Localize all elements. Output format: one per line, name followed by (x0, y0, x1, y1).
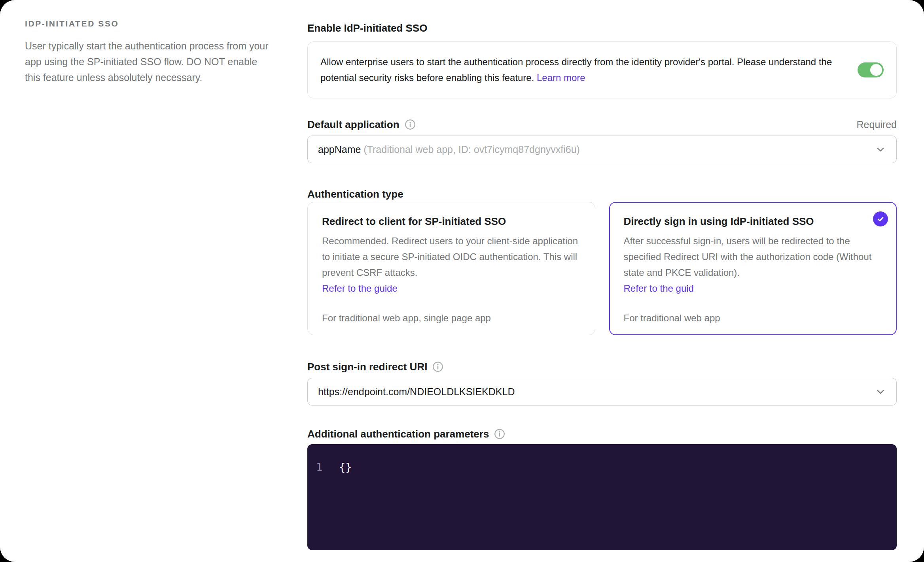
option-description: After successful sign-in, users will be … (624, 233, 882, 296)
required-badge: Required (857, 119, 897, 130)
enable-sso-toggle[interactable] (858, 62, 884, 77)
option-footnote: For traditional web app (624, 297, 882, 324)
additional-params-editor[interactable]: 1 {} (307, 444, 897, 550)
option-description: Recommended. Redirect users to your clie… (322, 233, 581, 296)
learn-more-link[interactable]: Learn more (537, 72, 585, 83)
redirect-uri-label: Post sign-in redirect URI (307, 360, 897, 373)
redirect-uri-select[interactable]: https://endpoint.com/NDIEOLDLKSIEKDKLD (307, 378, 897, 405)
info-icon[interactable] (432, 361, 444, 373)
screenshot-canvas: IDP-INITIATED SSO User typically start t… (0, 0, 924, 562)
option-title: Redirect to client for SP-initiated SSO (322, 214, 581, 228)
option-card-idp-initiated[interactable]: Directly sign in using IdP-initiated SSO… (609, 202, 897, 335)
default-application-select[interactable]: appName (Traditional web app, ID: ovt7ic… (307, 136, 897, 163)
section-title: IDP-INITIATED SSO (25, 19, 270, 28)
enable-sso-label: Enable IdP-initiated SSO (307, 22, 897, 34)
sso-settings-page: IDP-INITIATED SSO User typically start t… (0, 0, 924, 562)
authentication-type-options: Redirect to client for SP-initiated SSO … (307, 202, 897, 335)
enable-sso-card: Allow enterprise users to start the auth… (307, 41, 897, 98)
line-number: 1 (316, 461, 339, 473)
default-application-label-row: Default application Required (307, 118, 897, 131)
refer-guide-link[interactable]: Refer to the guid (624, 281, 694, 296)
sso-form: Enable IdP-initiated SSO Allow enterpris… (307, 16, 897, 550)
code-line: 1 {} (316, 461, 897, 473)
code-content: {} (339, 461, 352, 473)
section-intro: IDP-INITIATED SSO User typically start t… (25, 19, 270, 85)
authentication-type-label: Authentication type (307, 188, 897, 200)
chevron-down-icon (875, 386, 886, 397)
option-card-sp-initiated[interactable]: Redirect to client for SP-initiated SSO … (307, 202, 595, 335)
info-icon[interactable] (404, 119, 416, 130)
enable-sso-description: Allow enterprise users to start the auth… (320, 54, 842, 86)
default-application-label: Default application (307, 118, 416, 131)
refer-guide-link[interactable]: Refer to the guide (322, 281, 398, 296)
option-footnote: For traditional web app, single page app (322, 297, 581, 324)
default-application-value: appName (Traditional web app, ID: ovt7ic… (318, 144, 869, 155)
additional-params-label: Additional authentication parameters (307, 428, 897, 440)
selected-check-icon (873, 211, 888, 226)
section-description: User typically start the authentication … (25, 38, 270, 85)
option-title: Directly sign in using IdP-initiated SSO (624, 214, 882, 228)
info-icon[interactable] (494, 428, 506, 440)
redirect-uri-value: https://endpoint.com/NDIEOLDLKSIEKDKLD (318, 386, 869, 398)
toggle-knob (870, 64, 882, 76)
chevron-down-icon (875, 144, 886, 155)
